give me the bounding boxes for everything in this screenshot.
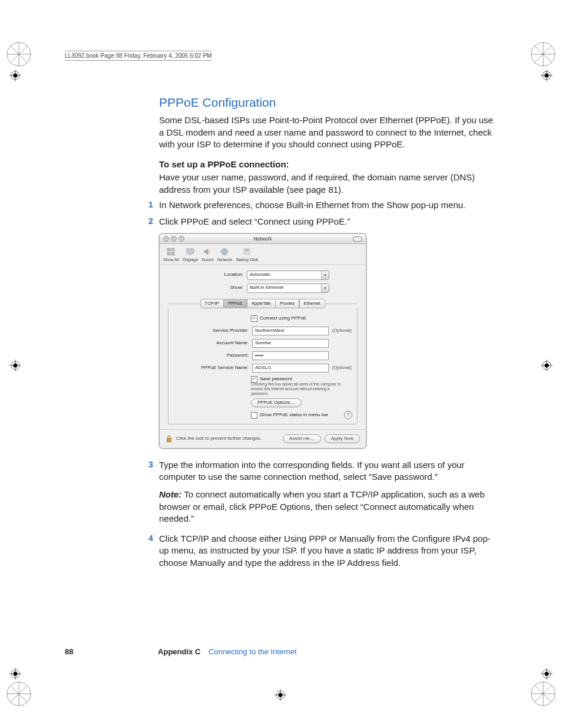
- svg-rect-49: [171, 248, 174, 251]
- window-title: Network: [160, 236, 366, 242]
- svg-rect-52: [187, 249, 194, 253]
- step-number: 4: [148, 533, 153, 544]
- location-label: Location:: [168, 272, 247, 278]
- step-1-text: In Network preferences, choose Built-in …: [159, 200, 465, 210]
- note-text: To connect automatically when you start …: [159, 489, 485, 523]
- toolbar-label: Startup Disk: [236, 257, 258, 262]
- toolbar-label: Network: [217, 257, 233, 262]
- assist-me-button[interactable]: Assist me…: [283, 434, 321, 443]
- network-prefs-window: Network Show All Displays Sound: [159, 233, 366, 449]
- field-value: Sunrise: [255, 340, 271, 347]
- field-value: ADSL/1: [255, 365, 272, 371]
- crosshair-icon: [541, 668, 553, 680]
- lock-icon[interactable]: [166, 434, 173, 443]
- print-mark-icon: [6, 41, 32, 67]
- help-button[interactable]: ?: [344, 411, 352, 419]
- svg-rect-59: [245, 249, 249, 251]
- sound-icon: [201, 246, 213, 257]
- disk-icon: [241, 246, 253, 257]
- crosshair-icon: [541, 360, 553, 371]
- display-icon: [184, 246, 196, 257]
- password-field[interactable]: •••••: [252, 351, 329, 360]
- location-value: Automatic: [250, 272, 271, 278]
- pppoe-options-button[interactable]: PPPoE Options…: [251, 398, 302, 407]
- window-titlebar: Network: [160, 234, 366, 244]
- toolbar-startup-disk[interactable]: Startup Disk: [236, 246, 258, 262]
- crosshair-icon: [9, 360, 21, 371]
- field-value: NorthernWest: [255, 328, 284, 334]
- toolbar-network[interactable]: Network: [217, 246, 233, 262]
- toolbar-toggle-button[interactable]: [353, 236, 362, 242]
- tab-proxies[interactable]: Proxies: [275, 299, 299, 308]
- popup-arrows-icon: ▾: [321, 271, 329, 279]
- lock-text: Click the lock to prevent further change…: [176, 436, 262, 442]
- pppoe-service-name-field[interactable]: ADSL/1: [252, 364, 329, 373]
- crosshair-icon: [541, 70, 553, 81]
- field-value: •••••: [255, 353, 263, 359]
- book-header-line: LL3092.book Page 88 Friday, February 4, …: [65, 51, 211, 61]
- svg-rect-48: [167, 248, 170, 251]
- show-label: Show:: [168, 285, 247, 291]
- show-popup[interactable]: Built-in Ethernet ▾: [247, 284, 329, 293]
- popup-arrows-icon: ▾: [321, 284, 329, 292]
- note-paragraph: Note: To connect automatically when you …: [159, 489, 498, 525]
- step-2-text: Click PPPoE and select “Connect using PP…: [159, 216, 350, 226]
- account-name-label: Account Name:: [173, 340, 252, 347]
- toolbar-show-all[interactable]: Show All: [163, 246, 179, 262]
- toolbar-label: Sound: [201, 257, 213, 262]
- step-3-text: Type the information into the correspond…: [159, 460, 465, 482]
- tab-appletalk[interactable]: AppleTalk: [247, 299, 276, 308]
- svg-rect-50: [167, 252, 170, 255]
- save-password-help: Checking this box allows all users of th…: [251, 382, 348, 396]
- tab-bar: TCP/IP PPPoE AppleTalk Proxies Ethernet: [168, 299, 358, 308]
- setup-lead: Have your user name, password, and if re…: [159, 172, 498, 196]
- connect-using-pppoe-label: Connect using PPPoE: [260, 315, 306, 322]
- grid-icon: [165, 246, 177, 257]
- step-number: 2: [148, 216, 153, 227]
- connect-using-pppoe-checkbox[interactable]: ✓: [251, 315, 257, 322]
- account-name-field[interactable]: Sunrise: [252, 339, 329, 348]
- step-number: 1: [148, 199, 153, 210]
- step-number: 3: [148, 459, 153, 470]
- page-number: 88: [65, 647, 73, 656]
- page-footer: 88 Appendix C Connecting to the Internet: [65, 647, 497, 656]
- password-label: Password:: [173, 353, 252, 359]
- intro-paragraph: Some DSL-based ISPs use Point-to-Point P…: [159, 114, 498, 150]
- svg-marker-54: [204, 249, 208, 255]
- appendix-label: Appendix C: [158, 647, 200, 656]
- chapter-title: Connecting to the Internet: [209, 647, 297, 656]
- svg-rect-60: [167, 438, 171, 442]
- tab-pppoe[interactable]: PPPoE: [223, 299, 247, 308]
- crosshair-icon: [275, 689, 286, 701]
- section-title: PPPoE Configuration: [159, 94, 498, 111]
- svg-rect-53: [189, 254, 191, 255]
- crosshair-icon: [9, 668, 21, 680]
- optional-label: (Optional): [332, 328, 352, 334]
- service-provider-field[interactable]: NorthernWest: [252, 327, 329, 335]
- print-mark-icon: [530, 41, 556, 67]
- tab-tcpip[interactable]: TCP/IP: [200, 299, 224, 308]
- pppoe-service-name-label: PPPoE Service Name:: [173, 365, 252, 371]
- apply-now-button[interactable]: Apply Now: [325, 434, 360, 443]
- toolbar-label: Displays: [183, 257, 198, 262]
- print-mark-icon: [6, 681, 32, 707]
- crosshair-icon: [9, 70, 21, 81]
- location-popup[interactable]: Automatic ▾: [247, 271, 329, 280]
- tab-ethernet[interactable]: Ethernet: [299, 299, 325, 308]
- note-label: Note:: [159, 489, 181, 499]
- globe-icon: [219, 246, 230, 257]
- prefs-toolbar: Show All Displays Sound Network: [160, 244, 366, 264]
- optional-label: (Optional): [332, 365, 352, 371]
- service-provider-label: Service Provider:: [173, 328, 252, 334]
- show-status-label: Show PPPoE status in menu bar: [260, 412, 328, 419]
- step-4-text: Click TCP/IP and choose either Using PPP…: [159, 533, 491, 568]
- show-value: Built-in Ethernet: [250, 285, 283, 291]
- setup-heading: To set up a PPPoE connection:: [159, 159, 289, 169]
- toolbar-label: Show All: [163, 257, 179, 262]
- svg-rect-51: [171, 252, 174, 255]
- toolbar-sound[interactable]: Sound: [201, 246, 213, 262]
- show-status-checkbox[interactable]: [251, 412, 257, 419]
- print-mark-icon: [530, 681, 556, 707]
- toolbar-displays[interactable]: Displays: [183, 246, 198, 262]
